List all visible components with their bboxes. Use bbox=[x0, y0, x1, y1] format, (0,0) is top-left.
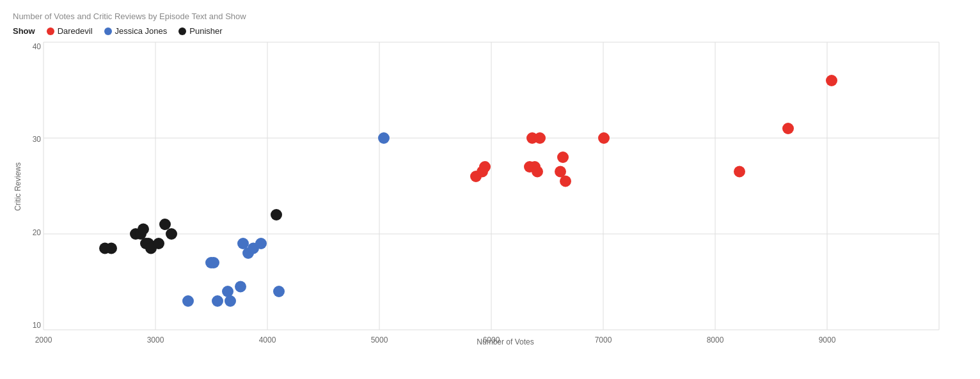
data-point bbox=[782, 123, 794, 134]
y-tick-10: 10 bbox=[33, 321, 41, 330]
legend-punisher-label: Punisher bbox=[189, 26, 222, 36]
svg-text:2000: 2000 bbox=[35, 336, 52, 344]
svg-text:7000: 7000 bbox=[595, 336, 612, 344]
y-tick-20: 20 bbox=[33, 228, 41, 237]
data-point bbox=[138, 224, 149, 235]
data-point bbox=[153, 238, 164, 249]
data-point bbox=[479, 161, 491, 173]
data-point bbox=[255, 238, 267, 249]
legend-item-daredevil: Daredevil bbox=[47, 26, 93, 36]
data-point bbox=[378, 132, 390, 144]
jessicajones-dot-icon bbox=[104, 27, 112, 35]
svg-text:8000: 8000 bbox=[707, 336, 724, 344]
svg-text:5000: 5000 bbox=[371, 336, 388, 344]
legend-item-jessicajones: Jessica Jones bbox=[104, 26, 168, 36]
data-point bbox=[166, 228, 177, 240]
data-point bbox=[534, 132, 546, 144]
data-point bbox=[235, 281, 246, 293]
data-point bbox=[159, 219, 171, 230]
data-point bbox=[212, 295, 223, 307]
svg-text:9000: 9000 bbox=[819, 336, 836, 344]
chart-title: Number of Votes and Critic Reviews by Ep… bbox=[13, 12, 967, 21]
svg-text:3000: 3000 bbox=[147, 336, 164, 344]
data-point bbox=[208, 257, 219, 268]
data-point bbox=[106, 243, 117, 254]
data-point bbox=[734, 166, 745, 178]
legend-item-punisher: Punisher bbox=[178, 26, 222, 36]
daredevil-dot-icon bbox=[47, 27, 54, 35]
legend-jessicajones-label: Jessica Jones bbox=[115, 26, 168, 36]
data-point bbox=[182, 295, 194, 307]
y-axis-title: Critic Reviews bbox=[13, 148, 22, 225]
svg-text:4000: 4000 bbox=[259, 336, 276, 344]
data-point bbox=[273, 286, 285, 297]
data-point bbox=[557, 151, 569, 163]
data-point bbox=[532, 166, 543, 178]
legend-daredevil-label: Daredevil bbox=[58, 26, 93, 36]
y-tick-30: 30 bbox=[33, 135, 41, 144]
legend-show-label: Show bbox=[13, 26, 35, 36]
data-point bbox=[225, 295, 236, 307]
scatter-plot: 2000 3000 4000 5000 6000 7000 8000 9000 bbox=[43, 42, 952, 336]
data-point bbox=[271, 209, 282, 220]
data-point bbox=[598, 132, 610, 144]
data-point bbox=[826, 75, 837, 86]
legend: Show Daredevil Jessica Jones Punisher bbox=[13, 26, 967, 36]
y-tick-40: 40 bbox=[33, 42, 41, 51]
punisher-dot-icon bbox=[178, 27, 186, 35]
chart-container: Number of Votes and Critic Reviews by Ep… bbox=[0, 0, 980, 379]
data-point bbox=[560, 176, 571, 187]
